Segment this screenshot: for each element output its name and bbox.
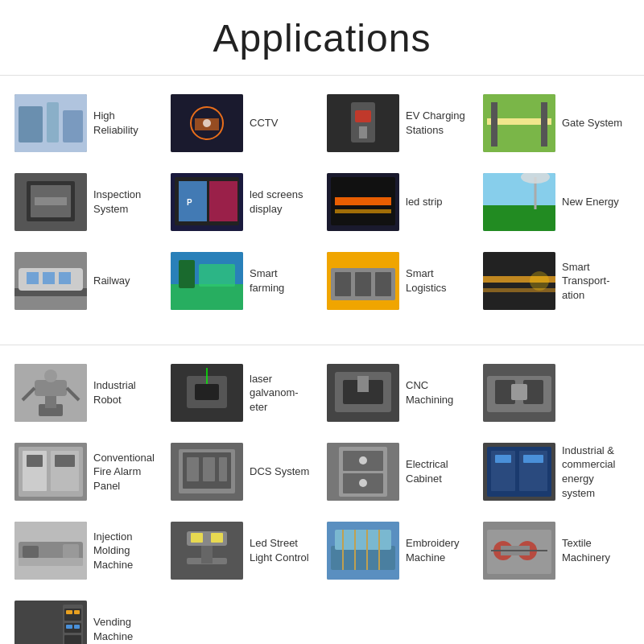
item-smart-transport[interactable]: Smart Transport-ation — [478, 245, 631, 317]
label-vending: Vending Machine — [93, 615, 158, 643]
label-gate: Gate System — [562, 116, 622, 130]
label-laser-galvano: laser galvanom-eter — [250, 372, 314, 415]
item-gate-system[interactable]: Gate System — [478, 87, 631, 159]
svg-point-89 — [359, 479, 367, 487]
svg-rect-2 — [47, 102, 59, 142]
label-industrial-robot: Industrial Robot — [93, 378, 158, 407]
img-embroidery — [327, 522, 399, 580]
label-smart-farming: Smart farming — [250, 266, 314, 295]
svg-rect-95 — [523, 455, 543, 463]
img-fire-alarm — [14, 443, 87, 501]
svg-rect-66 — [357, 376, 369, 392]
item-industrial-robot[interactable]: Industrial Robot — [10, 357, 163, 429]
svg-rect-128 — [74, 625, 80, 629]
svg-rect-3 — [63, 110, 83, 142]
svg-rect-98 — [23, 546, 39, 558]
svg-rect-27 — [335, 197, 391, 205]
item-industrial-energy[interactable]: Industrial & commercial energy system — [478, 436, 631, 508]
svg-rect-28 — [335, 209, 391, 213]
item-inspection[interactable]: Inspection System — [10, 166, 163, 238]
img-smart-farming — [171, 252, 243, 310]
page-title: Applications — [0, 0, 644, 75]
img-railway — [14, 252, 87, 310]
img-smart-transport — [483, 252, 555, 310]
label-led-strip: led strip — [406, 195, 443, 209]
item-embroidery[interactable]: Embroidery Machine — [322, 514, 475, 587]
item-led-screens[interactable]: P led screens display — [166, 166, 319, 238]
svg-rect-94 — [495, 455, 511, 463]
item-injection-molding[interactable]: Injection Molding Machine — [10, 514, 163, 587]
svg-rect-76 — [27, 455, 43, 467]
label-railway: Railway — [93, 274, 130, 288]
svg-rect-105 — [191, 533, 203, 543]
svg-point-88 — [359, 456, 367, 464]
svg-rect-23 — [209, 181, 237, 221]
img-vending — [14, 601, 87, 644]
svg-rect-36 — [27, 272, 39, 284]
label-high-reliability: High Reliability — [93, 109, 158, 137]
svg-rect-11 — [359, 126, 367, 138]
item-railway[interactable]: Railway — [10, 245, 163, 317]
svg-rect-15 — [541, 102, 547, 147]
svg-rect-46 — [355, 272, 371, 296]
img-led-street — [171, 522, 243, 580]
top-grid: High Reliability CCTV — [0, 84, 644, 320]
img-industrial-robot — [14, 364, 87, 422]
svg-rect-42 — [199, 264, 235, 287]
svg-rect-126 — [74, 610, 80, 614]
svg-text:P: P — [187, 198, 192, 207]
label-industrial-energy: Industrial & commercial energy system — [562, 444, 626, 500]
item-cnc-machine-img[interactable] — [478, 357, 631, 429]
img-cnc — [327, 364, 399, 422]
svg-rect-38 — [59, 272, 71, 284]
label-injection-molding: Injection Molding Machine — [93, 530, 158, 572]
svg-rect-47 — [375, 272, 391, 296]
label-fire-alarm: Conventional Fire Alarm Panel — [93, 451, 158, 493]
svg-rect-83 — [219, 457, 227, 481]
svg-rect-127 — [66, 625, 72, 629]
svg-rect-45 — [335, 272, 351, 296]
svg-rect-10 — [355, 110, 371, 122]
svg-rect-100 — [19, 558, 83, 566]
item-fire-alarm[interactable]: Conventional Fire Alarm Panel — [10, 436, 163, 508]
img-dcs — [171, 443, 243, 501]
item-new-energy[interactable]: New Energy — [478, 166, 631, 238]
svg-rect-30 — [483, 205, 555, 231]
svg-point-51 — [530, 271, 549, 291]
img-injection — [14, 522, 87, 580]
label-electrical-cabinet: Electrical Cabinet — [406, 457, 470, 485]
item-cctv[interactable]: CCTV — [166, 87, 319, 159]
item-led-strip[interactable]: led strip — [322, 166, 475, 238]
img-new-energy — [483, 173, 555, 231]
item-textile[interactable]: Textile Machinery — [478, 514, 631, 587]
img-cctv — [171, 94, 243, 152]
label-cctv: CCTV — [250, 116, 278, 130]
label-cnc-machining: CNC Machining — [406, 378, 470, 407]
item-electrical-cabinet[interactable]: Electrical Cabinet — [322, 436, 475, 508]
item-smart-logistics[interactable]: Smart Logistics — [322, 245, 475, 317]
item-smart-farming[interactable]: Smart farming — [166, 245, 319, 317]
img-laser — [171, 364, 243, 422]
img-gate — [483, 94, 555, 152]
item-laser-galvano[interactable]: laser galvanom-eter — [166, 357, 319, 429]
item-ev-charging[interactable]: EV Charging Stations — [322, 87, 475, 159]
svg-rect-106 — [211, 533, 223, 543]
svg-rect-125 — [66, 610, 72, 614]
item-high-reliability[interactable]: High Reliability — [10, 87, 163, 159]
item-vending[interactable]: Vending Machine — [10, 593, 163, 644]
img-cnc-machine — [483, 364, 555, 422]
bottom-section: Industrial Robot laser galvanom-eter — [0, 345, 644, 644]
item-cnc-machining[interactable]: CNC Machining — [322, 357, 475, 429]
label-led-screens: led screens display — [250, 188, 314, 216]
label-ev: EV Charging Stations — [406, 109, 470, 137]
item-dcs-system[interactable]: DCS System — [166, 436, 319, 508]
svg-rect-41 — [179, 260, 195, 288]
item-led-street[interactable]: Led Street Light Control — [166, 514, 319, 587]
svg-rect-124 — [64, 635, 81, 644]
svg-rect-22 — [179, 181, 207, 221]
label-textile: Textile Machinery — [562, 536, 626, 564]
svg-rect-1 — [19, 106, 43, 142]
img-led-screen: P — [171, 173, 243, 231]
svg-rect-81 — [187, 457, 199, 481]
img-smart-logistics — [327, 252, 399, 310]
